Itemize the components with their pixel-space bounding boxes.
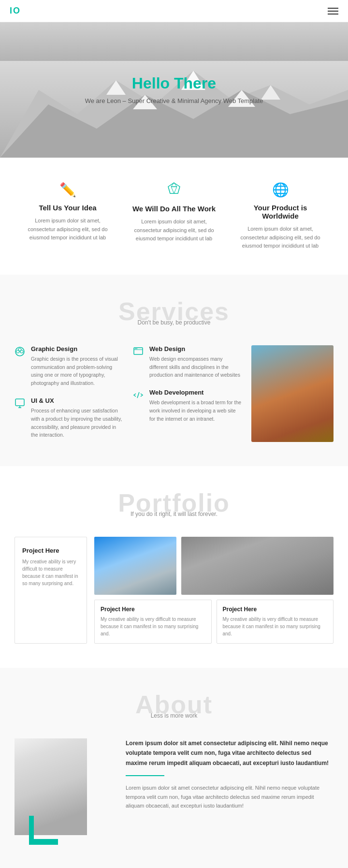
portfolio-featured-card: Project Here My creative ability is very…	[14, 537, 87, 644]
about-text: Lorem ipsum dolor sit amet consectetur a…	[126, 738, 334, 810]
portfolio-card-1: Project Here My creative ability is very…	[94, 600, 212, 644]
portfolio-section: Portfolio If you do it right, it will la…	[0, 466, 348, 668]
logo-letter-2: O	[13, 6, 20, 16]
portfolio-image-large	[94, 537, 176, 595]
ui-ux-icon	[14, 398, 25, 411]
portfolio-featured-text: My creative ability is very difficult to…	[22, 558, 79, 587]
feature-worldwide-title: Your Product is Worldwide	[234, 204, 326, 220]
feature-worldwide-text: Lorem ipsum dolor sit amet, consectetur …	[234, 225, 326, 250]
services-right-col	[251, 345, 334, 442]
menu-toggle[interactable]	[328, 8, 338, 15]
feature-tell: ✏️ Tell Us Your Idea Lorem ipsum dolor s…	[14, 182, 121, 250]
hero-subtitle: We are Leon – Super Creative & Minimal A…	[85, 96, 263, 106]
about-image	[14, 738, 87, 835]
svg-line-10	[171, 187, 174, 193]
services-header: Services Don't be busy, be productive	[14, 299, 334, 326]
feature-work-title: We Will Do All The Work	[128, 205, 220, 213]
logo-letter-1: I	[10, 6, 12, 16]
svg-line-11	[174, 187, 177, 193]
navbar: I O	[0, 0, 348, 22]
about-image-wrap	[14, 738, 111, 845]
service-web-dev: Web Development Web development is a bro…	[133, 389, 242, 423]
ui-ux-text: Process of enhancing user satisfaction w…	[31, 407, 123, 439]
about-section: About Less is more work Lorem ipsum dolo…	[0, 668, 348, 868]
portfolio-card-2-text: My creative ability is very difficult to…	[223, 616, 328, 637]
diamond-icon	[128, 182, 220, 199]
about-content: Lorem ipsum dolor sit amet consectetur a…	[14, 738, 334, 845]
services-middle-col: Web Design Web design encompasses many d…	[133, 345, 242, 442]
svg-point-16	[18, 348, 21, 351]
feature-work-text: Lorem ipsum dolor sit amet, consectetur …	[128, 218, 220, 243]
web-dev-title: Web Development	[149, 389, 242, 396]
hero-section: Hello There We are Leon – Super Creative…	[0, 22, 348, 158]
services-grid: Graphic Design Graphic design is the pro…	[14, 345, 334, 442]
services-left-col: Graphic Design Graphic design is the pro…	[14, 345, 123, 442]
portfolio-right-col: Project Here My creative ability is very…	[94, 537, 334, 644]
portfolio-card-2: Project Here My creative ability is very…	[217, 600, 334, 644]
features-section: ✏️ Tell Us Your Idea Lorem ipsum dolor s…	[0, 158, 348, 275]
about-bold-text: Lorem ipsum dolor sit amet consectetur a…	[126, 738, 334, 768]
portfolio-image-small	[181, 537, 334, 595]
portfolio-top-row	[94, 537, 334, 595]
service-web-design: Web Design Web design encompasses many d…	[133, 345, 242, 379]
portfolio-card-2-title: Project Here	[223, 606, 328, 613]
about-teal-horizontal	[29, 839, 58, 845]
feature-worldwide: 🌐 Your Product is Worldwide Lorem ipsum …	[227, 182, 334, 250]
portfolio-subtitle: If you do it right, it will last forever…	[14, 511, 334, 517]
web-dev-icon	[133, 390, 144, 403]
services-image	[251, 345, 334, 442]
graphic-design-icon	[14, 346, 25, 359]
portfolio-grid: Project Here My creative ability is very…	[14, 537, 334, 644]
graphic-design-text: Graphic design is the process of visual …	[31, 355, 123, 387]
web-design-icon	[133, 346, 144, 359]
web-dev-text: Web development is a broad term for the …	[149, 398, 242, 423]
svg-marker-8	[168, 183, 180, 193]
web-design-title: Web Design	[149, 345, 242, 353]
svg-rect-17	[15, 399, 24, 406]
feature-tell-title: Tell Us Your Idea	[22, 204, 114, 212]
svg-point-23	[136, 348, 137, 349]
svg-line-24	[137, 392, 139, 398]
hero-text: Hello There We are Leon – Super Creative…	[85, 74, 263, 106]
about-divider	[126, 775, 164, 776]
about-subtitle: Less is more work	[14, 712, 334, 719]
portfolio-card-1-text: My creative ability is very difficult to…	[101, 616, 205, 637]
service-ui-ux: UI & UX Process of enhancing user satisf…	[14, 397, 123, 439]
svg-point-22	[135, 348, 136, 349]
feature-work: We Will Do All The Work Lorem ipsum dolo…	[121, 182, 227, 250]
about-normal-text: Lorem ipsum dolor sit amet consectetur a…	[126, 783, 334, 810]
graphic-design-title: Graphic Design	[31, 345, 123, 353]
portfolio-card-1-title: Project Here	[101, 606, 205, 613]
services-subtitle: Don't be busy, be productive	[14, 319, 334, 326]
svg-marker-9	[171, 183, 177, 187]
feature-tell-text: Lorem ipsum dolor sit amet, consectetur …	[22, 217, 114, 242]
services-section: Services Don't be busy, be productive Gr…	[0, 275, 348, 466]
ui-ux-title: UI & UX	[31, 397, 123, 404]
about-header: About Less is more work	[14, 692, 334, 719]
globe-icon: 🌐	[234, 182, 326, 198]
portfolio-header: Portfolio If you do it right, it will la…	[14, 490, 334, 517]
portfolio-bottom-row: Project Here My creative ability is very…	[94, 600, 334, 644]
service-graphic-design: Graphic Design Graphic design is the pro…	[14, 345, 123, 387]
portfolio-featured-title: Project Here	[22, 547, 79, 554]
logo[interactable]: I O	[10, 6, 20, 16]
pencil-icon: ✏️	[22, 182, 114, 198]
hero-title: Hello There	[85, 74, 263, 92]
svg-point-13	[15, 347, 24, 356]
web-design-text: Web design encompasses many different sk…	[149, 355, 242, 379]
